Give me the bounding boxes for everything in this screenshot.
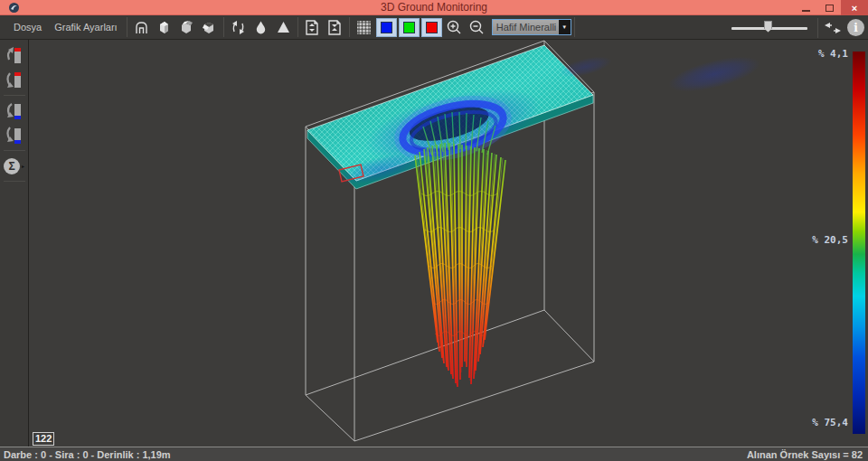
viewport-3d[interactable]: % 4,1 % 20,5 % 75,4	[29, 40, 868, 447]
sidebar-rotate-red-1-button[interactable]	[3, 43, 26, 68]
maximize-button[interactable]	[817, 0, 841, 15]
rotate-column-blue-up-icon	[5, 100, 24, 122]
home-icon	[134, 20, 149, 35]
doc-expand-button[interactable]	[301, 16, 324, 38]
toolbar-separator	[574, 17, 575, 37]
title-bar: 3D Ground Monitoring ×	[0, 0, 868, 15]
cube-open-top-button[interactable]	[175, 16, 198, 38]
color-scale-label-middle: % 20,5	[812, 234, 848, 246]
sidebar-rotate-blue-2-button[interactable]	[3, 123, 26, 147]
grid-icon	[355, 19, 373, 36]
dropdown-value: Hafif Mineralli	[493, 22, 559, 33]
caret-right-icon[interactable]: ▸	[22, 163, 24, 169]
droplet-icon	[254, 20, 268, 35]
rotate-column-red-up-icon	[5, 45, 24, 67]
sidebar-sum-button[interactable]: Σ ▸	[3, 154, 26, 178]
zoom-out-button[interactable]	[466, 16, 488, 38]
swap-arrows-button[interactable]	[821, 17, 844, 39]
sidebar-separator	[4, 181, 25, 182]
status-right-text: Alınan Örnek Sayısı = 82	[747, 449, 868, 460]
toolbar-separator	[297, 17, 298, 37]
cube-open-top-icon	[178, 20, 194, 35]
app-window: 3D Ground Monitoring × Dosya Grafik Ayar…	[0, 0, 868, 461]
menu-grafik-ayarlari[interactable]: Grafik Ayarları	[48, 15, 124, 39]
zoom-out-icon	[468, 19, 486, 36]
window-title: 3D Ground Monitoring	[0, 0, 868, 15]
left-sidebar: Σ ▸	[0, 40, 29, 447]
color-blue-button[interactable]	[376, 18, 397, 37]
toolbar-separator	[127, 17, 127, 37]
rotate-column-blue-down-icon	[5, 125, 24, 146]
mineral-type-dropdown[interactable]: Hafif Mineralli ▼	[492, 19, 571, 35]
minimize-icon	[802, 10, 810, 12]
red-swatch-icon	[426, 22, 438, 33]
rotate-arrows-icon	[229, 20, 248, 35]
cube-open-front-icon	[201, 20, 217, 35]
color-scale-label-top: % 4,1	[818, 48, 848, 60]
status-bar: Darbe : 0 - Sira : 0 - Derinlik : 1,19m …	[0, 447, 868, 461]
zoom-in-button[interactable]	[443, 16, 466, 38]
status-left-text: Darbe : 0 - Sira : 0 - Derinlik : 1,19m	[0, 449, 171, 460]
info-button[interactable]: i	[847, 19, 864, 36]
cone-button[interactable]	[272, 16, 295, 38]
ground-model-3d-plot[interactable]	[29, 40, 868, 447]
grid-button[interactable]	[353, 16, 375, 38]
blue-swatch-icon	[381, 22, 392, 33]
chevron-down-icon[interactable]: ▼	[559, 20, 571, 34]
sidebar-separator	[4, 150, 25, 151]
droplet-button[interactable]	[250, 16, 272, 38]
color-scale-bar	[853, 52, 865, 434]
sidebar-separator	[4, 95, 25, 96]
rotate-column-red-down-icon	[5, 70, 24, 91]
sample-count-badge: 122	[33, 432, 54, 446]
close-button[interactable]: ×	[841, 0, 868, 15]
cube-solid-icon	[156, 20, 172, 35]
toolbar-separator	[349, 17, 350, 37]
toolbar-separator	[817, 18, 818, 38]
toolbar-separator	[223, 17, 224, 37]
ground-slab-mesh	[307, 45, 763, 190]
color-scale-label-bottom: % 75,4	[812, 417, 848, 428]
doc-collapse-button[interactable]	[324, 16, 346, 38]
slider-thumb[interactable]	[764, 21, 772, 33]
zoom-in-icon	[446, 19, 463, 36]
swap-arrows-icon	[823, 21, 843, 35]
cube-solid-button[interactable]	[153, 16, 175, 38]
minimize-button[interactable]	[794, 0, 817, 15]
opacity-slider[interactable]	[731, 19, 807, 37]
sidebar-rotate-blue-1-button[interactable]	[3, 99, 26, 123]
doc-collapse-icon	[326, 19, 343, 36]
color-green-button[interactable]	[399, 18, 420, 37]
sidebar-rotate-red-2-button[interactable]	[3, 68, 26, 92]
sigma-icon: Σ	[4, 158, 20, 174]
cube-open-front-button[interactable]	[198, 16, 221, 38]
rotate-view-button[interactable]	[227, 16, 250, 38]
doc-expand-icon	[304, 19, 320, 36]
menu-dosya[interactable]: Dosya	[7, 15, 48, 39]
home-button[interactable]	[130, 16, 153, 38]
green-swatch-icon	[403, 22, 415, 33]
color-red-button[interactable]	[421, 18, 442, 37]
funnel-curtain	[415, 143, 505, 387]
toolbar-right: i	[731, 15, 864, 40]
maximize-icon	[826, 5, 834, 12]
cone-icon	[276, 20, 291, 35]
